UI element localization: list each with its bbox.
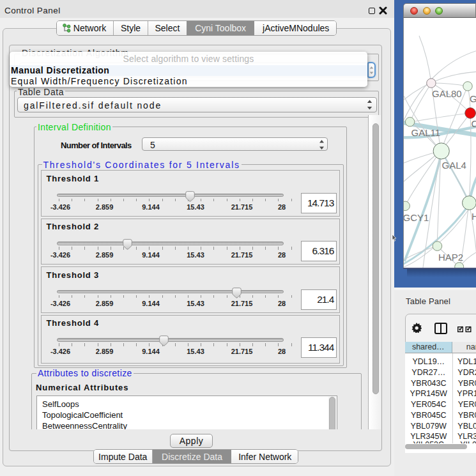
svg-text:C: C xyxy=(472,118,476,129)
svg-text:GAL4: GAL4 xyxy=(442,160,466,171)
svg-text:GAL11: GAL11 xyxy=(411,127,441,138)
svg-text:H: H xyxy=(472,211,476,222)
svg-text:HAP2: HAP2 xyxy=(438,252,463,263)
svg-text:GAL80: GAL80 xyxy=(432,88,462,99)
svg-text:GCY1: GCY1 xyxy=(404,212,429,223)
svg-text:GA: GA xyxy=(470,93,476,104)
